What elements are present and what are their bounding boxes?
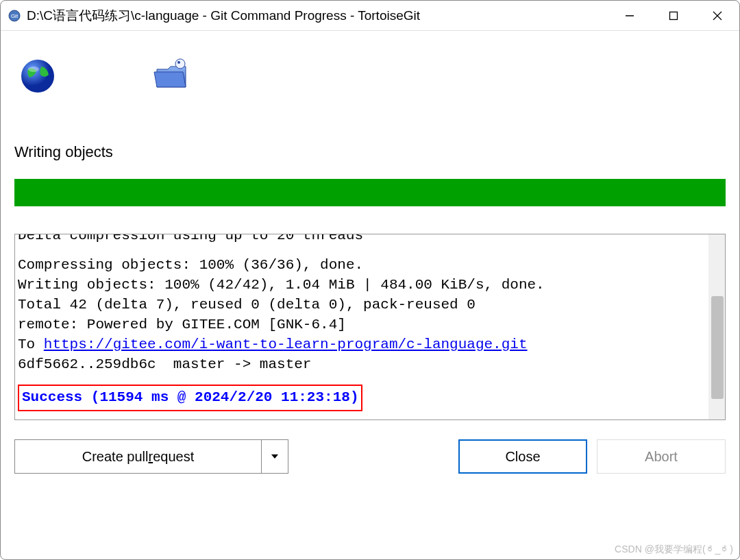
svg-point-7 <box>28 66 39 72</box>
folder-icon <box>153 57 191 95</box>
svg-point-8 <box>175 59 185 69</box>
app-icon: Git <box>8 9 21 23</box>
create-pull-request-button[interactable]: Create pull request <box>14 439 261 474</box>
log-scrollbar[interactable] <box>708 234 725 419</box>
log-output[interactable]: Delta compression using up to 20 threads… <box>15 234 708 419</box>
btn-label-pre: Create pull <box>82 449 149 465</box>
success-highlight: Success (11594 ms @ 2024/2/20 11:23:18) <box>18 385 362 411</box>
log-line: 6df5662..259db6c master -> master <box>18 356 311 372</box>
success-message: Success (11594 ms @ 2024/2/20 11:23:18) <box>22 389 358 405</box>
log-line: remote: Powered by GITEE.COM [GNK-6.4] <box>18 317 346 332</box>
btn-label-accel: r <box>148 449 153 465</box>
titlebar: Git D:\C语言代码练习\c-language - Git Command … <box>1 1 739 31</box>
globe-icon <box>18 57 57 95</box>
status-label: Writing objects <box>14 143 726 161</box>
log-container: Delta compression using up to 20 threads… <box>14 234 726 420</box>
animation-icons <box>14 45 726 123</box>
btn-label-post: equest <box>153 449 194 465</box>
maximize-button[interactable] <box>652 1 695 30</box>
log-line-prefix: To <box>18 337 44 352</box>
svg-text:Git: Git <box>11 13 18 19</box>
scroll-thumb[interactable] <box>711 296 724 399</box>
progress-bar <box>14 179 726 206</box>
app-window: Git D:\C语言代码练习\c-language - Git Command … <box>0 0 740 560</box>
svg-point-9 <box>177 61 180 64</box>
minimize-button[interactable] <box>608 1 652 30</box>
log-line: Compressing objects: 100% (36/36), done. <box>18 257 363 273</box>
log-line: Delta compression using up to 20 threads <box>18 234 363 243</box>
content-area: Writing objects Delta compression using … <box>1 31 739 559</box>
window-title: D:\C语言代码练习\c-language - Git Command Prog… <box>27 7 608 25</box>
log-line: Writing objects: 100% (42/42), 1.04 MiB … <box>18 277 545 293</box>
window-controls <box>608 1 739 30</box>
close-button[interactable]: Close <box>458 439 587 474</box>
abort-button: Abort <box>597 439 726 474</box>
svg-point-6 <box>21 60 54 93</box>
chevron-down-icon <box>271 452 279 461</box>
close-window-button[interactable] <box>695 1 739 30</box>
pull-request-group: Create pull request <box>14 439 288 474</box>
watermark: CSDN @我要学编程(ಥ_ಥ) <box>615 544 733 556</box>
remote-url-link[interactable]: https://gitee.com/i-want-to-learn-progra… <box>44 337 528 352</box>
pull-request-dropdown[interactable] <box>261 439 288 474</box>
svg-rect-3 <box>670 12 678 19</box>
button-bar: Create pull request Close Abort <box>14 420 726 490</box>
log-line: Total 42 (delta 7), reused 0 (delta 0), … <box>18 297 476 313</box>
